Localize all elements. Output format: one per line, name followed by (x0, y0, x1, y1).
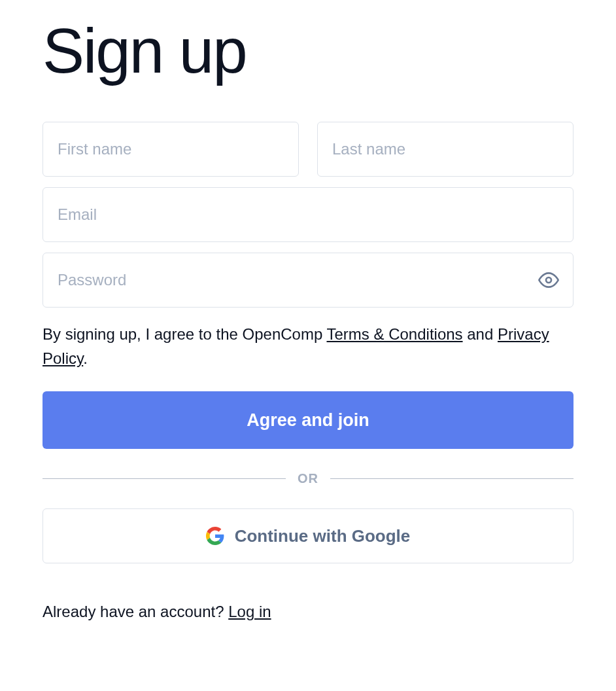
divider: OR (43, 471, 573, 486)
login-prompt-text: Already have an account? (43, 603, 228, 620)
terms-suffix: . (83, 349, 88, 367)
divider-line-right (330, 478, 573, 479)
terms-prefix: By signing up, I agree to the OpenComp (43, 325, 327, 343)
google-icon (206, 527, 224, 545)
agree-and-join-button[interactable]: Agree and join (43, 391, 573, 449)
login-prompt: Already have an account? Log in (43, 603, 573, 621)
last-name-field[interactable] (317, 122, 573, 177)
login-link[interactable]: Log in (228, 603, 271, 620)
svg-point-0 (546, 277, 551, 283)
google-button-label: Continue with Google (235, 526, 411, 546)
divider-text: OR (286, 471, 330, 486)
terms-conditions-link[interactable]: Terms & Conditions (327, 325, 463, 343)
password-field-wrapper (43, 253, 573, 308)
toggle-password-visibility[interactable] (538, 270, 559, 291)
page-title: Sign up (43, 20, 573, 82)
terms-text: By signing up, I agree to the OpenComp T… (43, 322, 573, 370)
terms-middle: and (463, 325, 498, 343)
signup-form-container: Sign up By signing up, I agree to the Op… (43, 20, 573, 621)
email-field[interactable] (43, 187, 573, 242)
email-field-wrapper (43, 187, 573, 242)
name-row (43, 122, 573, 177)
first-name-field[interactable] (43, 122, 299, 177)
password-field[interactable] (43, 253, 573, 308)
continue-with-google-button[interactable]: Continue with Google (43, 508, 573, 563)
divider-line-left (43, 478, 286, 479)
eye-icon (538, 270, 559, 291)
